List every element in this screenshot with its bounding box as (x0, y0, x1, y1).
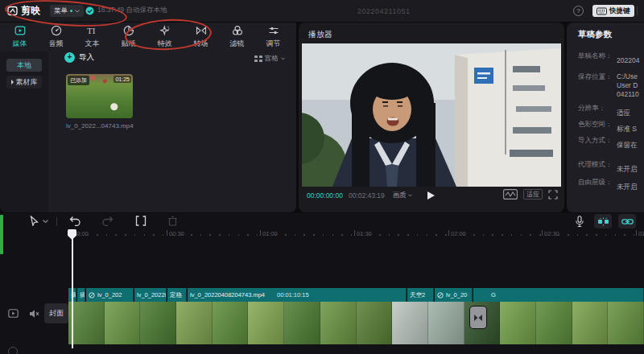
text-icon: TI (86, 25, 99, 36)
quality-label: 画质 (393, 191, 407, 200)
param-label: 代理模式： (578, 160, 617, 170)
tab-effects[interactable]: 特效 (147, 23, 183, 51)
shortcuts-label: 快捷键 (609, 6, 630, 16)
param-value: 保留在 (617, 141, 644, 150)
link-icon (621, 218, 634, 225)
clip-segment[interactable]: lv_0_20 (435, 288, 473, 302)
svg-text:TI: TI (87, 26, 96, 35)
track-option-icon[interactable] (8, 347, 18, 354)
tab-media[interactable]: 媒体 (2, 23, 38, 51)
sidebar-item-library[interactable]: 素材库 (6, 76, 42, 88)
snap-toggle[interactable] (594, 214, 612, 228)
media-clip-thumbnail[interactable]: 已添加 01:25 (66, 74, 133, 118)
player-title: 播放器 (308, 29, 332, 40)
view-mode-select[interactable]: 宫格 (254, 54, 285, 64)
param-value: C:/UseUser D042110 (617, 72, 644, 99)
param-row: 保存位置：C:/UseUser D042110 (578, 72, 644, 100)
sidebar-item-label: 素材库 (16, 77, 38, 88)
video-preview[interactable] (302, 43, 561, 187)
total-time: 00:02:43:19 (349, 191, 385, 200)
clip-label: 摘 (80, 291, 85, 299)
delete-icon[interactable] (167, 216, 178, 226)
param-value: 202204 (617, 56, 644, 65)
clip-label: 定格 (170, 291, 182, 299)
param-row: 导入方式：保留在 (578, 136, 644, 150)
tab-audio[interactable]: 音频 (38, 23, 74, 51)
player-panel: 播放器 (299, 23, 564, 212)
audio-icon (51, 25, 62, 36)
added-badge: 已添加 (68, 76, 89, 85)
microphone-icon[interactable] (575, 216, 584, 228)
shortcuts-button[interactable]: 快捷键 (592, 5, 634, 17)
tab-sticker[interactable]: 贴纸 (110, 23, 147, 51)
sidebar-item-local[interactable]: 本地 (6, 59, 42, 72)
tab-text[interactable]: TI文本 (74, 23, 110, 51)
tab-filter[interactable]: 滤镜 (219, 23, 255, 51)
param-label: 色彩空间： (578, 120, 617, 130)
quality-select[interactable]: 画质 (393, 191, 412, 200)
clip-duration: 00:01:10:15 (277, 291, 309, 298)
clip-segment[interactable]: G (473, 288, 644, 302)
effects-icon (159, 25, 171, 36)
ruler-minor-ticks (68, 234, 644, 236)
param-value: 标准 S (617, 125, 644, 134)
clip-segment[interactable]: lv_0_202 (86, 288, 134, 302)
clip-segment[interactable]: lv_0_20220408204743.mp400:01:10:15 (188, 288, 407, 302)
fit-button[interactable]: 适应 (523, 189, 543, 200)
params-title: 草稿参数 (578, 29, 612, 40)
clip-segment[interactable]: lv_0_202204 (134, 288, 167, 302)
autosave-status: 16:37:49 自动保存本地 (85, 6, 167, 15)
transition-marker[interactable] (470, 307, 486, 328)
split-icon[interactable] (135, 216, 147, 226)
filmstrip-frame (284, 302, 320, 344)
plus-icon: + (64, 52, 75, 63)
app-logo[interactable]: 剪映 (7, 4, 40, 18)
playhead-handle[interactable] (68, 229, 76, 240)
scope-icon[interactable] (503, 189, 518, 200)
duration-badge: 01:25 (114, 76, 131, 83)
transition-marker-icon (473, 314, 483, 322)
redo-icon[interactable] (101, 216, 114, 226)
import-button[interactable]: + 导入 (64, 52, 94, 63)
cursor-icon[interactable] (29, 216, 39, 226)
app-root: 剪映 菜单 16:37:49 自动保存本地 202204211051 ? 快捷键… (0, 0, 644, 354)
param-label: 自由层级： (578, 178, 617, 187)
chevron-down-icon (75, 10, 80, 13)
clip-segment[interactable]: 天空2 (407, 288, 434, 302)
clip-segment[interactable]: 摘 (77, 288, 85, 302)
clip-filmstrip[interactable] (68, 302, 644, 344)
filmstrip-frame (68, 302, 105, 344)
tab-transition[interactable]: 转场 (183, 23, 219, 51)
cover-button[interactable]: 封面 (44, 303, 68, 323)
clip-segment[interactable]: 定格 (167, 288, 187, 302)
param-row: 代理模式：未开启 (578, 160, 644, 175)
media-sidebar: 本地素材库 (0, 51, 48, 212)
autosave-text: 16:37:49 自动保存本地 (97, 6, 167, 15)
filmstrip-frame (320, 302, 357, 344)
filter-icon (232, 25, 243, 36)
collapse-arrow-icon (11, 80, 14, 84)
sticker-icon (123, 25, 134, 36)
video-frame-image (302, 43, 561, 187)
topbar-divider (637, 6, 638, 15)
speed-icon (437, 292, 444, 298)
tab-label: 滤镜 (230, 39, 245, 49)
fullscreen-icon[interactable] (548, 190, 558, 200)
tab-adjust[interactable]: 调节 (255, 23, 291, 51)
clip-label: G (491, 291, 496, 298)
play-button[interactable] (427, 191, 435, 200)
menu-button[interactable]: 菜单 (50, 5, 84, 17)
filmstrip-frame (140, 302, 176, 344)
clip-label: 天空2 (410, 291, 425, 299)
grid-view-icon (254, 56, 262, 62)
link-toggle[interactable] (618, 214, 636, 228)
adjust-icon (268, 25, 279, 36)
chevron-down-icon[interactable] (43, 220, 48, 224)
clip-label: lv_0_20 (446, 291, 467, 298)
undo-icon[interactable] (69, 216, 81, 226)
muted-speaker-icon[interactable] (29, 309, 39, 319)
fit-label: 适应 (526, 191, 539, 198)
chevron-down-icon (281, 57, 285, 60)
speed-icon (89, 292, 95, 298)
help-button[interactable]: ? (573, 6, 584, 16)
